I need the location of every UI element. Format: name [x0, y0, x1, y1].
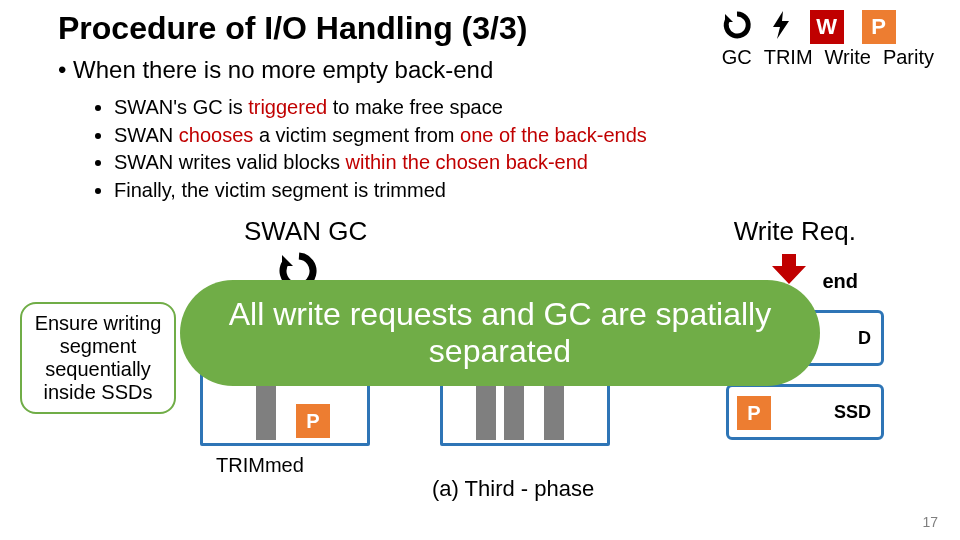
sub-bullet-2: SWAN chooses a victim segment from one o… [114, 122, 647, 150]
parity-box: P [737, 396, 771, 430]
callout-text: Ensure writing segment sequentially insi… [22, 312, 174, 404]
sub-bullets: SWAN's GC is triggered to make free spac… [96, 94, 647, 204]
sub-bullet-4: Finally, the victim segment is trimmed [114, 177, 647, 205]
phase-label: (a) Third - phase [432, 476, 594, 502]
trimmed-label: TRIMmed [216, 454, 304, 477]
ssd-box: P SSD [726, 384, 884, 440]
write-req-label: Write Req. [734, 216, 856, 247]
frontend-label: end [822, 270, 858, 293]
write-tile: W [810, 10, 844, 44]
ssd-label: SSD [834, 402, 871, 423]
page-number: 17 [922, 514, 938, 530]
legend-trim-label: TRIM [764, 46, 813, 69]
main-bullet: • When there is no more empty back-end [58, 56, 493, 84]
legend: W P GC TRIM Write Parity [722, 10, 934, 69]
ssd-label: D [858, 328, 871, 349]
callout-box: Ensure writing segment sequentially insi… [20, 302, 176, 414]
main-bullet-text: When there is no more empty back-end [73, 56, 493, 83]
bolt-icon [770, 10, 792, 44]
banner: All write requests and GC are spatially … [180, 280, 820, 386]
slide-title: Procedure of I/O Handling (3/3) [58, 10, 527, 47]
legend-parity-label: Parity [883, 46, 934, 69]
legend-write-label: Write [825, 46, 871, 69]
legend-gc-label: GC [722, 46, 752, 69]
banner-text: All write requests and GC are spatially … [180, 296, 820, 370]
recycle-icon [722, 10, 752, 44]
legend-icons-row: W P [722, 10, 896, 44]
sub-bullet-1: SWAN's GC is triggered to make free spac… [114, 94, 647, 122]
sub-bullet-3: SWAN writes valid blocks within the chos… [114, 149, 647, 177]
parity-box: P [296, 404, 330, 438]
swan-gc-label: SWAN GC [244, 216, 367, 247]
legend-labels-row: GC TRIM Write Parity [722, 46, 934, 69]
slide: Procedure of I/O Handling (3/3) W P GC T… [0, 0, 960, 540]
parity-tile: P [862, 10, 896, 44]
